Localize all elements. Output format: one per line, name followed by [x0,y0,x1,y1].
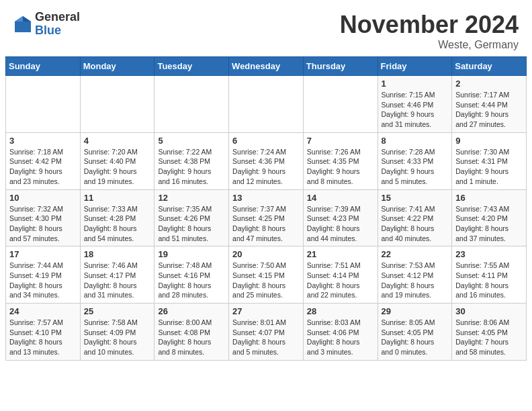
day-number: 13 [232,193,300,203]
day-number: 3 [9,136,77,146]
day-number: 27 [232,306,300,316]
day-number: 2 [455,79,523,89]
day-info: Sunrise: 7:44 AM Sunset: 4:19 PM Dayligh… [9,261,77,300]
header-day-wednesday: Wednesday [229,57,304,76]
day-number: 16 [455,193,523,203]
day-number: 9 [455,136,523,146]
day-number: 26 [158,306,225,316]
day-info: Sunrise: 7:53 AM Sunset: 4:12 PM Dayligh… [382,261,449,300]
calendar-cell [6,76,81,133]
header-day-thursday: Thursday [303,57,378,76]
day-info: Sunrise: 7:33 AM Sunset: 4:28 PM Dayligh… [84,204,151,244]
header-day-saturday: Saturday [452,57,527,76]
day-number: 19 [158,249,225,259]
day-info: Sunrise: 7:43 AM Sunset: 4:20 PM Dayligh… [455,204,523,244]
calendar-cell: 22Sunrise: 7:53 AM Sunset: 4:12 PM Dayli… [378,246,452,304]
calendar-cell: 19Sunrise: 7:48 AM Sunset: 4:16 PM Dayli… [154,246,229,304]
calendar-cell: 25Sunrise: 7:58 AM Sunset: 4:09 PM Dayli… [80,304,154,361]
calendar-cell: 10Sunrise: 7:32 AM Sunset: 4:30 PM Dayli… [6,189,81,246]
header-day-friday: Friday [378,57,452,76]
title-block: November 2024 Weste, Germany [340,11,519,51]
day-info: Sunrise: 7:30 AM Sunset: 4:31 PM Dayligh… [455,147,523,187]
calendar-cell [80,76,154,133]
day-number: 30 [455,306,523,316]
calendar-cell: 2Sunrise: 7:17 AM Sunset: 4:44 PM Daylig… [452,76,527,133]
page-header: General Blue November 2024 Weste, German… [0,0,532,56]
day-info: Sunrise: 7:39 AM Sunset: 4:23 PM Dayligh… [307,204,374,244]
header-day-sunday: Sunday [6,57,81,76]
day-info: Sunrise: 8:05 AM Sunset: 4:05 PM Dayligh… [382,318,449,357]
calendar-cell: 8Sunrise: 7:28 AM Sunset: 4:33 PM Daylig… [378,132,452,189]
calendar-cell: 1Sunrise: 7:15 AM Sunset: 4:46 PM Daylig… [378,76,452,133]
day-number: 6 [232,136,300,146]
day-info: Sunrise: 7:48 AM Sunset: 4:16 PM Dayligh… [158,261,225,300]
day-number: 1 [382,79,449,89]
week-row-5: 24Sunrise: 7:57 AM Sunset: 4:10 PM Dayli… [6,304,527,361]
day-number: 23 [455,249,523,259]
calendar-cell: 16Sunrise: 7:43 AM Sunset: 4:20 PM Dayli… [452,189,527,246]
calendar-header: SundayMondayTuesdayWednesdayThursdayFrid… [6,57,527,76]
day-info: Sunrise: 7:22 AM Sunset: 4:38 PM Dayligh… [158,147,225,187]
calendar-cell: 3Sunrise: 7:18 AM Sunset: 4:42 PM Daylig… [6,132,81,189]
calendar-cell: 6Sunrise: 7:24 AM Sunset: 4:36 PM Daylig… [229,132,304,189]
day-info: Sunrise: 7:55 AM Sunset: 4:11 PM Dayligh… [455,261,523,300]
day-info: Sunrise: 7:32 AM Sunset: 4:30 PM Dayligh… [9,204,77,244]
day-number: 10 [9,193,77,203]
day-info: Sunrise: 8:00 AM Sunset: 4:08 PM Dayligh… [158,318,225,357]
day-number: 20 [232,249,300,259]
day-info: Sunrise: 7:50 AM Sunset: 4:15 PM Dayligh… [232,261,300,300]
logo-general: General [35,11,80,24]
calendar-cell: 23Sunrise: 7:55 AM Sunset: 4:11 PM Dayli… [452,246,527,304]
calendar-cell [229,76,304,133]
calendar-cell [303,76,378,133]
calendar-cell: 26Sunrise: 8:00 AM Sunset: 4:08 PM Dayli… [154,304,229,361]
day-info: Sunrise: 8:01 AM Sunset: 4:07 PM Dayligh… [232,318,300,357]
calendar-cell: 24Sunrise: 7:57 AM Sunset: 4:10 PM Dayli… [6,304,81,361]
calendar-cell: 20Sunrise: 7:50 AM Sunset: 4:15 PM Dayli… [229,246,304,304]
week-row-1: 1Sunrise: 7:15 AM Sunset: 4:46 PM Daylig… [6,76,527,133]
day-number: 14 [307,193,374,203]
day-info: Sunrise: 7:28 AM Sunset: 4:33 PM Dayligh… [382,147,449,187]
calendar-cell: 15Sunrise: 7:41 AM Sunset: 4:22 PM Dayli… [378,189,452,246]
day-number: 25 [84,306,151,316]
location: Weste, Germany [340,39,519,51]
week-row-2: 3Sunrise: 7:18 AM Sunset: 4:42 PM Daylig… [6,132,527,189]
day-info: Sunrise: 7:51 AM Sunset: 4:14 PM Dayligh… [307,261,374,300]
day-number: 8 [382,136,449,146]
day-info: Sunrise: 7:26 AM Sunset: 4:35 PM Dayligh… [307,147,374,187]
calendar-cell: 29Sunrise: 8:05 AM Sunset: 4:05 PM Dayli… [378,304,452,361]
day-number: 11 [84,193,151,203]
day-info: Sunrise: 7:37 AM Sunset: 4:25 PM Dayligh… [232,204,300,244]
day-number: 7 [307,136,374,146]
day-number: 24 [9,306,77,316]
calendar-cell: 18Sunrise: 7:46 AM Sunset: 4:17 PM Dayli… [80,246,154,304]
day-info: Sunrise: 7:41 AM Sunset: 4:22 PM Dayligh… [382,204,449,244]
day-number: 28 [307,306,374,316]
calendar-cell: 5Sunrise: 7:22 AM Sunset: 4:38 PM Daylig… [154,132,229,189]
calendar-cell: 21Sunrise: 7:51 AM Sunset: 4:14 PM Dayli… [303,246,378,304]
header-day-monday: Monday [80,57,154,76]
calendar-cell: 11Sunrise: 7:33 AM Sunset: 4:28 PM Dayli… [80,189,154,246]
day-number: 12 [158,193,225,203]
day-info: Sunrise: 7:15 AM Sunset: 4:46 PM Dayligh… [382,90,449,130]
day-info: Sunrise: 7:58 AM Sunset: 4:09 PM Dayligh… [84,318,151,357]
calendar-cell: 4Sunrise: 7:20 AM Sunset: 4:40 PM Daylig… [80,132,154,189]
week-row-3: 10Sunrise: 7:32 AM Sunset: 4:30 PM Dayli… [6,189,527,246]
day-number: 15 [382,193,449,203]
svg-marker-2 [15,16,23,21]
logo-icon [13,15,32,34]
day-info: Sunrise: 7:17 AM Sunset: 4:44 PM Dayligh… [455,90,523,130]
svg-marker-1 [23,16,31,21]
day-number: 29 [382,306,449,316]
calendar-cell: 30Sunrise: 8:06 AM Sunset: 4:05 PM Dayli… [452,304,527,361]
calendar-table: SundayMondayTuesdayWednesdayThursdayFrid… [5,56,527,361]
week-row-4: 17Sunrise: 7:44 AM Sunset: 4:19 PM Dayli… [6,246,527,304]
day-number: 22 [382,249,449,259]
calendar-body: 1Sunrise: 7:15 AM Sunset: 4:46 PM Daylig… [6,76,527,361]
day-number: 17 [9,249,77,259]
calendar-cell: 13Sunrise: 7:37 AM Sunset: 4:25 PM Dayli… [229,189,304,246]
calendar-cell: 17Sunrise: 7:44 AM Sunset: 4:19 PM Dayli… [6,246,81,304]
day-info: Sunrise: 7:20 AM Sunset: 4:40 PM Dayligh… [84,147,151,187]
day-info: Sunrise: 7:18 AM Sunset: 4:42 PM Dayligh… [9,147,77,187]
day-info: Sunrise: 7:46 AM Sunset: 4:17 PM Dayligh… [84,261,151,300]
